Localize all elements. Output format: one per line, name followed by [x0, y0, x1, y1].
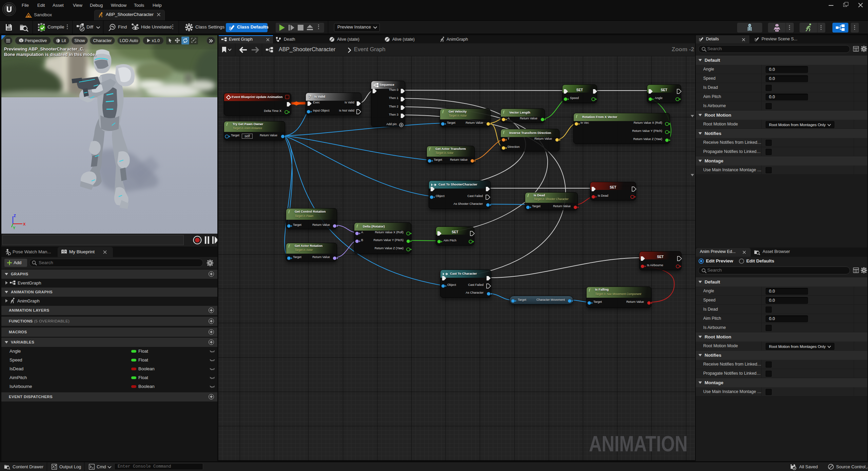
svg-text:X: X [23, 222, 26, 226]
svg-text:Z: Z [14, 214, 16, 218]
svg-text:Y: Y [13, 226, 16, 230]
